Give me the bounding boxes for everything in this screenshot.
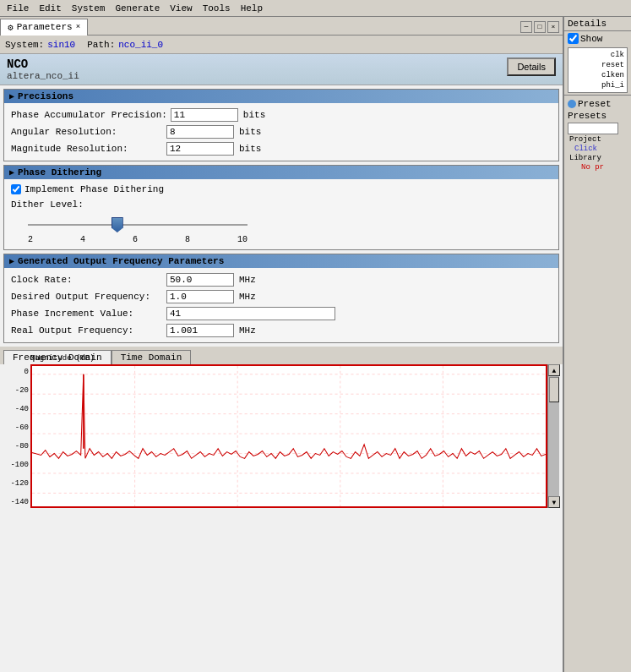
precisions-arrow-icon: ▶ xyxy=(9,91,14,101)
tick-10: 10 xyxy=(237,235,248,244)
output-freq-title: Generated Output Frequency Parameters xyxy=(18,256,224,266)
mag-res-input[interactable] xyxy=(166,142,234,156)
presets-click: Click xyxy=(568,145,628,153)
port-phi: phi_i xyxy=(570,80,625,90)
show-row: Show xyxy=(564,31,631,46)
component-name: NCO xyxy=(7,57,79,71)
y-tick-140: -140 xyxy=(3,498,29,506)
path-bar: System: sin10 Path: nco_ii_0 xyxy=(0,36,563,54)
system-label: System: xyxy=(5,40,44,50)
phase-acc-unit: bits xyxy=(243,110,265,120)
tab-icon: ⚙ xyxy=(8,22,14,33)
slider-ticks: 2 4 6 8 10 xyxy=(28,233,248,244)
show-checkbox[interactable] xyxy=(568,33,579,44)
parameters-tab[interactable]: ⚙ Parameters × xyxy=(0,19,88,36)
path-label: Path: xyxy=(87,40,115,50)
menu-view[interactable]: View xyxy=(165,2,197,15)
frequency-chart xyxy=(30,364,547,508)
tab-window-controls: ─ □ × xyxy=(520,21,563,33)
scroll-down-btn[interactable]: ▼ xyxy=(548,496,560,508)
y-axis: 0 -20 -40 -60 -80 -100 -120 -140 xyxy=(3,364,30,508)
port-diagram: clk reset clken phi_i xyxy=(568,47,628,93)
angular-res-unit: bits xyxy=(239,127,261,137)
presets-project: Project xyxy=(568,134,628,145)
params-scrollbar: ▲ ▼ xyxy=(547,364,559,508)
chart-container: Magnitude (dB) xyxy=(30,364,547,508)
presets-search-input[interactable] xyxy=(568,123,618,134)
clock-rate-row: Clock Rate: MHz xyxy=(11,271,552,288)
menu-edit[interactable]: Edit xyxy=(34,2,66,15)
right-panel: Details Show clk reset clken phi_i Prese… xyxy=(563,17,631,672)
menu-generate[interactable]: Generate xyxy=(110,2,165,15)
details-button[interactable]: Details xyxy=(507,57,556,76)
y-tick-80: -80 xyxy=(3,442,29,451)
port-clk: clk xyxy=(570,50,625,60)
chart-wrapper: 0 -20 -40 -60 -80 -100 -120 -140 Magnitu… xyxy=(3,364,559,508)
clock-rate-input[interactable] xyxy=(166,273,234,287)
menu-system[interactable]: System xyxy=(67,2,111,15)
scroll-thumb[interactable] xyxy=(549,377,559,402)
dither-level-label: Dither Level: xyxy=(11,198,84,211)
show-label: Show xyxy=(580,34,602,44)
implement-dithering-checkbox[interactable] xyxy=(11,184,21,194)
output-freq-arrow-icon: ▶ xyxy=(9,256,14,266)
implement-dithering-row: Implement Phase Dithering xyxy=(11,183,552,196)
phase-acc-input[interactable] xyxy=(171,108,238,122)
mag-res-label: Magnitude Resolution: xyxy=(11,144,163,154)
phase-inc-input[interactable] xyxy=(166,307,335,320)
dither-slider-thumb[interactable] xyxy=(112,217,123,232)
precisions-section: ▶ Precisions Phase Accumulator Precision… xyxy=(3,89,559,161)
tick-2: 2 xyxy=(28,235,33,244)
y-axis-label: Magnitude (dB) xyxy=(30,354,95,363)
tab-close-btn[interactable]: × xyxy=(547,21,559,33)
phase-acc-row: Phase Accumulator Precision: bits xyxy=(11,107,552,123)
phase-inc-row: Phase Increment Value: xyxy=(11,305,552,322)
port-reset: reset xyxy=(570,60,625,70)
output-freq-body: Clock Rate: MHz Desired Output Frequency… xyxy=(4,268,558,342)
mag-res-unit: bits xyxy=(239,144,261,154)
port-clken: clken xyxy=(570,70,625,80)
dither-level-row: Dither Level: xyxy=(11,196,552,213)
y-tick-20: -20 xyxy=(3,386,29,395)
presets-library: Library xyxy=(568,153,628,163)
output-freq-section: ▶ Generated Output Frequency Parameters … xyxy=(3,254,559,343)
scroll-up-btn[interactable]: ▲ xyxy=(548,364,560,376)
dithering-title: Phase Dithering xyxy=(18,167,101,178)
time-domain-tab[interactable]: Time Domain xyxy=(112,350,192,364)
component-info: NCO altera_nco_ii xyxy=(7,57,79,81)
real-freq-row: Real Output Frequency: MHz xyxy=(11,322,552,339)
y-tick-60: -60 xyxy=(3,423,29,432)
dither-slider-track xyxy=(28,216,248,233)
tab-maximize-btn[interactable]: □ xyxy=(534,21,546,33)
dithering-arrow-icon: ▶ xyxy=(9,167,14,178)
menu-tools[interactable]: Tools xyxy=(198,2,236,15)
angular-res-row: Angular Resolution: bits xyxy=(11,123,552,140)
desired-freq-row: Desired Output Frequency: MHz xyxy=(11,288,552,305)
real-freq-input[interactable] xyxy=(166,324,234,337)
presets-label: Presets xyxy=(568,109,628,123)
dithering-body: Implement Phase Dithering Dither Level: … xyxy=(4,179,558,249)
tab-minimize-btn[interactable]: ─ xyxy=(520,21,532,33)
desired-freq-unit: MHz xyxy=(239,292,256,302)
component-subname: altera_nco_ii xyxy=(7,71,79,81)
precisions-body: Phase Accumulator Precision: bits Angula… xyxy=(4,103,558,161)
dither-slider-container: 2 4 6 8 10 xyxy=(11,213,552,246)
scroll-track xyxy=(548,376,559,496)
angular-res-label: Angular Resolution: xyxy=(11,127,163,137)
clock-rate-unit: MHz xyxy=(239,275,256,285)
details-header: Details xyxy=(564,17,631,31)
tab-close-icon[interactable]: × xyxy=(76,23,80,31)
main-container: ⚙ Parameters × ─ □ × System: sin10 Path:… xyxy=(0,17,631,672)
component-header: NCO altera_nco_ii Details xyxy=(0,54,563,85)
y-tick-0: 0 xyxy=(3,368,29,376)
precisions-header: ▶ Precisions xyxy=(4,90,558,103)
output-freq-header: ▶ Generated Output Frequency Parameters xyxy=(4,254,558,268)
desired-freq-input[interactable] xyxy=(166,290,234,303)
presets-header-label: Preset xyxy=(578,99,612,109)
menu-help[interactable]: Help xyxy=(236,2,268,15)
implement-dithering-label: Implement Phase Dithering xyxy=(24,184,164,194)
menu-file[interactable]: File xyxy=(2,2,34,15)
chart-svg xyxy=(32,366,546,506)
mag-res-row: Magnitude Resolution: bits xyxy=(11,140,552,157)
angular-res-input[interactable] xyxy=(166,125,234,139)
